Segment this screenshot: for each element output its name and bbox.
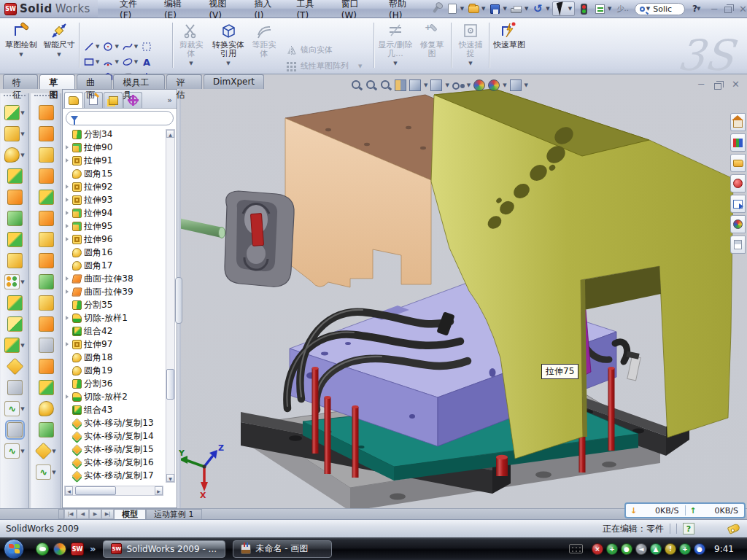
expand-arrow-icon[interactable] (64, 316, 70, 320)
expand-arrow-icon[interactable] (64, 342, 70, 346)
tab-草图[interactable]: 草图 (39, 74, 74, 89)
sketch-button[interactable]: 草图绘制▼ (4, 21, 38, 59)
edit-appearance-icon[interactable] (473, 79, 485, 91)
tray-update-icon[interactable]: ● (621, 543, 632, 555)
toolbar-caret[interactable]: ▼ (20, 406, 24, 412)
expand-arrow-icon[interactable] (64, 224, 70, 228)
open-caret[interactable]: ▼ (481, 6, 485, 12)
expand-arrow-icon[interactable] (64, 211, 70, 215)
input-method-icon[interactable] (569, 544, 583, 553)
tree-item[interactable]: 分割35 (64, 298, 165, 311)
tray-shield-green-icon[interactable]: + (606, 543, 618, 555)
model-green-handle[interactable] (179, 218, 222, 238)
toolbar-sel-icon[interactable] (7, 422, 23, 438)
model-3d-view[interactable] (179, 75, 747, 508)
tree-item[interactable]: 拉伸92 (64, 180, 165, 193)
toolbar-diam-icon[interactable] (35, 443, 53, 460)
options-icon[interactable] (592, 2, 607, 15)
toolbar-overflow[interactable]: 少.. (616, 4, 628, 14)
configuration-manager-tab[interactable] (104, 92, 123, 108)
select-cursor-icon[interactable] (554, 2, 569, 15)
tree-item[interactable]: 拉伸91 (64, 154, 165, 167)
text-tool-icon[interactable]: A (141, 56, 152, 68)
taskbar-button-paint[interactable]: 未命名 - 画图 (233, 540, 332, 558)
view-orientation-icon[interactable] (409, 79, 421, 91)
tray-health-icon[interactable]: + (679, 543, 691, 555)
zoom-fit-icon[interactable] (351, 79, 363, 91)
toolbar-green-icon[interactable] (39, 274, 54, 289)
panel-splitter-grip[interactable] (175, 277, 182, 324)
toolbar-mix-icon[interactable] (7, 295, 23, 311)
toolbar-squig-icon[interactable]: ∿ (4, 443, 20, 459)
toolbar-orange-icon[interactable] (39, 253, 54, 268)
smart-dimension-button[interactable]: 智能尺寸▼ (42, 21, 76, 59)
expand-arrow-icon[interactable] (64, 276, 70, 281)
tree-item[interactable]: 圆角19 (64, 364, 165, 377)
feature-manager-tab[interactable] (64, 92, 83, 108)
undo-caret[interactable]: ▼ (546, 6, 549, 12)
panel-tabs-overflow[interactable]: » (167, 96, 175, 108)
doc-restore-button[interactable] (714, 83, 721, 90)
toolbar-caret[interactable]: ▼ (52, 448, 55, 454)
rapid-sketch-button[interactable]: 快速草图 (493, 21, 525, 50)
minimize-button[interactable]: ─ (711, 4, 717, 14)
taskbar-button-solidworks[interactable]: SW SolidWorks 2009 - ... (103, 540, 225, 558)
undo-icon[interactable]: ↺ (530, 2, 545, 15)
toolbar-orange-icon[interactable] (39, 168, 54, 184)
expand-arrow-icon[interactable] (64, 145, 70, 149)
toolbar-orange-icon[interactable] (39, 126, 54, 141)
tree-item[interactable]: 分割34 (64, 128, 165, 141)
search-caret[interactable]: ▼ (646, 6, 650, 12)
toolbar-gold-icon[interactable] (39, 232, 54, 247)
toolbar-mix-icon[interactable] (7, 232, 23, 247)
tree-item[interactable]: 拉伸97 (64, 338, 165, 351)
print-icon[interactable] (509, 2, 524, 15)
expand-arrow-icon[interactable] (64, 158, 70, 163)
tab-曲面[interactable]: 曲面 (77, 74, 112, 89)
taskpane-resources-button[interactable] (730, 133, 746, 152)
rebuild-icon[interactable] (576, 2, 591, 15)
doc-close-button[interactable]: ✕ (732, 79, 740, 89)
toolbar-mix-icon[interactable] (4, 338, 20, 353)
apply-scene-icon[interactable] (488, 79, 500, 91)
select-tool[interactable]: ▼ (552, 1, 575, 16)
tree-item[interactable]: 拉伸95 (64, 219, 165, 233)
toolbar-dots-icon[interactable] (4, 274, 20, 289)
display-style-icon[interactable] (430, 79, 442, 91)
tree-item[interactable]: 实体-移动/复制18 (64, 482, 165, 484)
tray-signal-icon[interactable]: ▲ (650, 543, 662, 555)
expand-arrow-icon[interactable] (64, 184, 70, 189)
tree-item[interactable]: 拉伸93 (64, 193, 165, 206)
scroll-thumb[interactable] (166, 369, 174, 400)
taskpane-appearances-button[interactable] (730, 215, 746, 233)
tree-item[interactable]: 圆角18 (64, 351, 165, 364)
toolbar-orange-icon[interactable] (7, 190, 23, 205)
hide-show-items-icon[interactable] (452, 79, 464, 91)
tab-DimXpert[interactable]: DimXpert (204, 74, 264, 89)
tab-特征[interactable]: 特征 (3, 74, 38, 89)
doc-minimize-button[interactable]: ─ (698, 79, 704, 89)
scroll-up-button[interactable]: ▲ (166, 130, 174, 138)
circle-tool-icon[interactable] (102, 41, 114, 52)
search-input[interactable]: Solic (653, 4, 672, 14)
expand-arrow-icon[interactable] (64, 289, 70, 294)
tree-item[interactable]: 圆角16 (64, 246, 165, 259)
tab-nav-button[interactable]: ▶| (101, 509, 114, 519)
status-help-button[interactable]: ? (683, 523, 694, 534)
expand-arrow-icon[interactable] (64, 237, 70, 241)
tree-item[interactable]: 组合42 (64, 324, 165, 338)
tray-antivirus-icon[interactable]: × (592, 543, 603, 555)
model-side-insert-gray[interactable] (179, 191, 294, 287)
toolbar-gold2-icon[interactable] (7, 316, 23, 332)
tree-item[interactable]: 分割36 (64, 377, 165, 390)
quicklaunch-app-icon[interactable] (53, 542, 66, 556)
tree-item[interactable]: 曲面-拉伸38 (64, 272, 165, 285)
close-button[interactable]: ✕ (739, 4, 747, 14)
toolbar-gray-icon[interactable] (39, 338, 54, 353)
tray-network-warning-icon[interactable]: ! (665, 543, 676, 555)
new-document-icon[interactable] (445, 2, 460, 15)
toolbar-mix-icon[interactable] (39, 380, 54, 395)
restore-button[interactable] (724, 7, 732, 13)
toolbar-gold-icon[interactable] (7, 253, 23, 268)
tab-nav-button[interactable]: ◀ (77, 509, 89, 519)
